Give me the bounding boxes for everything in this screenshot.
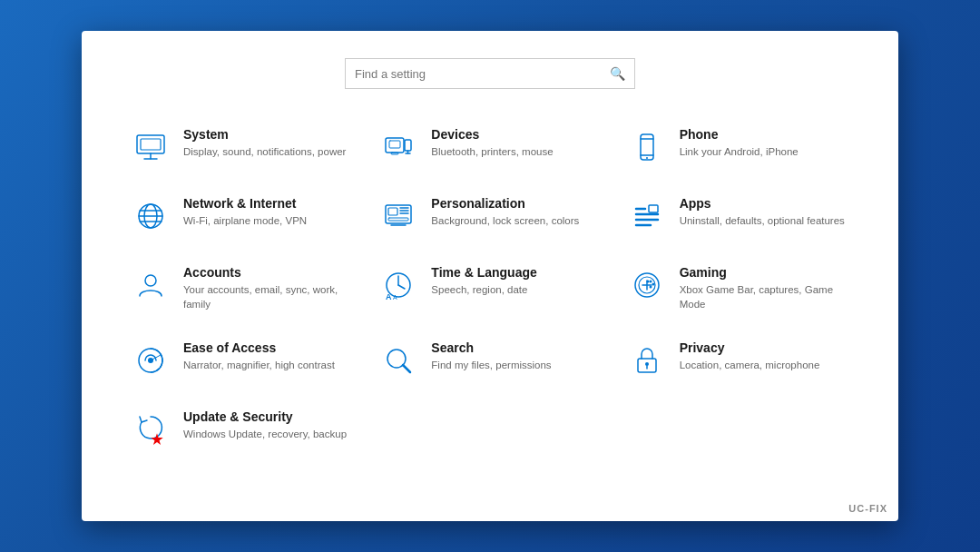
personalization-desc: Background, lock screen, colors	[431, 213, 579, 228]
system-desc: Display, sound, notifications, power	[183, 144, 346, 159]
update-label: Update & Security	[183, 409, 347, 424]
svg-point-14	[646, 157, 648, 159]
time-label: Time & Language	[431, 265, 536, 280]
time-desc: Speech, region, date	[431, 282, 536, 297]
setting-item-gaming[interactable]: Gaming Xbox Game Bar, captures, Game Mod…	[614, 254, 862, 322]
search-text: Search Find my files, permissions	[431, 340, 551, 372]
phone-icon	[627, 127, 667, 167]
privacy-desc: Location, camera, microphone	[680, 358, 820, 372]
setting-item-update[interactable]: Update & Security Windows Update, recove…	[118, 399, 366, 460]
gaming-label: Gaming	[680, 265, 849, 280]
network-text: Network & Internet Wi-Fi, airplane mode,…	[183, 196, 307, 228]
setting-item-privacy[interactable]: Privacy Location, camera, microphone	[614, 330, 862, 391]
phone-desc: Link your Android, iPhone	[680, 144, 799, 159]
gaming-icon	[627, 265, 667, 305]
phone-text: Phone Link your Android, iPhone	[680, 127, 799, 159]
update-icon	[131, 409, 171, 449]
search-setting-icon	[378, 340, 418, 380]
gaming-desc: Xbox Game Bar, captures, Game Mode	[680, 282, 849, 311]
ease-label: Ease of Access	[183, 340, 335, 355]
search-bar[interactable]: 🔍	[345, 58, 635, 89]
devices-label: Devices	[431, 127, 553, 142]
svg-rect-21	[388, 208, 397, 215]
accounts-label: Accounts	[183, 265, 353, 280]
setting-item-system[interactable]: System Display, sound, notifications, po…	[118, 116, 366, 178]
accounts-icon	[131, 265, 171, 305]
svg-rect-4	[386, 138, 404, 153]
ease-icon	[131, 340, 171, 380]
privacy-icon	[627, 340, 667, 380]
time-icon: A A	[378, 265, 418, 305]
setting-item-accounts[interactable]: Accounts Your accounts, email, sync, wor…	[118, 254, 366, 322]
privacy-label: Privacy	[680, 340, 820, 355]
system-label: System	[183, 127, 346, 142]
setting-item-devices[interactable]: Devices Bluetooth, printers, mouse	[366, 116, 613, 178]
accounts-desc: Your accounts, email, sync, work, family	[183, 282, 353, 311]
personalization-text: Personalization Background, lock screen,…	[431, 196, 579, 228]
network-label: Network & Internet	[183, 196, 307, 211]
svg-line-35	[398, 285, 405, 289]
devices-icon	[378, 127, 418, 167]
setting-item-ease[interactable]: Ease of Access Narrator, magnifier, high…	[118, 330, 366, 391]
watermark: UC-FIX	[848, 503, 887, 514]
update-desc: Windows Update, recovery, backup	[183, 427, 347, 441]
setting-item-time[interactable]: A A Time & Language Speech, region, date	[366, 254, 613, 322]
svg-rect-22	[388, 218, 408, 221]
update-icon-wrap	[134, 411, 167, 448]
svg-text:A: A	[386, 292, 392, 301]
svg-point-45	[646, 281, 649, 283]
setting-item-network[interactable]: Network & Internet Wi-Fi, airplane mode,…	[118, 185, 366, 247]
svg-rect-6	[405, 140, 411, 151]
ease-text: Ease of Access Narrator, magnifier, high…	[183, 340, 335, 372]
setting-item-apps[interactable]: Apps Uninstall, defaults, optional featu…	[614, 185, 862, 247]
gaming-text: Gaming Xbox Game Bar, captures, Game Mod…	[680, 265, 849, 311]
devices-desc: Bluetooth, printers, mouse	[431, 144, 553, 159]
svg-rect-3	[141, 139, 161, 150]
network-icon	[131, 196, 171, 236]
search-icon: 🔍	[610, 66, 625, 81]
svg-point-44	[649, 286, 652, 289]
settings-window: 🔍 System Display, sound, notifications, …	[82, 31, 898, 521]
personalization-label: Personalization	[431, 196, 579, 211]
svg-rect-11	[641, 134, 653, 160]
svg-text:A: A	[393, 294, 397, 301]
ease-desc: Narrator, magnifier, high contrast	[183, 358, 335, 372]
time-text: Time & Language Speech, region, date	[431, 265, 536, 297]
svg-rect-10	[391, 153, 398, 154]
svg-rect-5	[389, 141, 400, 148]
svg-rect-31	[649, 205, 658, 212]
svg-point-43	[652, 283, 654, 286]
search-bar-container: 🔍	[118, 58, 862, 89]
settings-grid: System Display, sound, notifications, po…	[118, 116, 862, 460]
apps-text: Apps Uninstall, defaults, optional featu…	[680, 196, 845, 228]
update-text: Update & Security Windows Update, recove…	[183, 409, 347, 441]
search-label: Search	[431, 340, 551, 355]
setting-item-search[interactable]: Search Find my files, permissions	[366, 330, 613, 391]
svg-line-50	[403, 365, 410, 372]
apps-desc: Uninstall, defaults, optional features	[680, 213, 845, 228]
network-desc: Wi-Fi, airplane mode, VPN	[183, 213, 307, 228]
system-text: System Display, sound, notifications, po…	[183, 127, 346, 159]
accounts-text: Accounts Your accounts, email, sync, wor…	[183, 265, 353, 311]
svg-point-42	[649, 281, 652, 283]
search-desc: Find my files, permissions	[431, 358, 551, 372]
setting-item-personalization[interactable]: Personalization Background, lock screen,…	[366, 185, 613, 247]
devices-text: Devices Bluetooth, printers, mouse	[431, 127, 553, 159]
phone-label: Phone	[680, 127, 799, 142]
personalization-icon	[378, 196, 418, 236]
setting-item-phone[interactable]: Phone Link your Android, iPhone	[614, 116, 862, 178]
svg-point-32	[145, 275, 156, 286]
apps-label: Apps	[680, 196, 845, 211]
privacy-text: Privacy Location, camera, microphone	[680, 340, 820, 372]
system-icon	[131, 127, 171, 167]
search-input[interactable]	[355, 67, 610, 81]
apps-icon	[627, 196, 667, 236]
